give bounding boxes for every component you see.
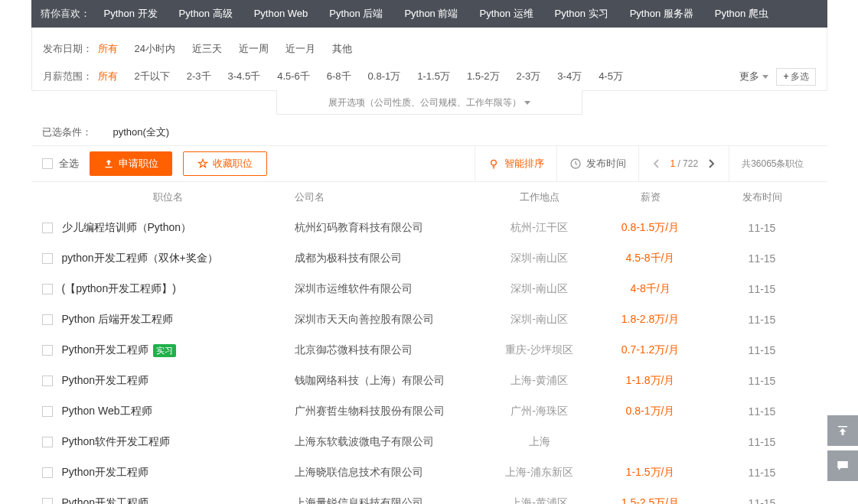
filter-date-option[interactable]: 近一周 (239, 42, 269, 56)
apply-button[interactable]: 申请职位 (90, 151, 172, 176)
job-title-link[interactable]: Python开发工程师 (62, 343, 149, 357)
row-checkbox[interactable] (42, 437, 53, 447)
filter-date-option[interactable]: 近三天 (192, 42, 222, 56)
pager-next[interactable] (703, 155, 719, 172)
job-location: 广州-海珠区 (486, 405, 593, 418)
row-checkbox[interactable] (42, 345, 53, 356)
filter-salary-option[interactable]: 所有 (98, 70, 118, 83)
favorite-button[interactable]: 收藏职位 (183, 151, 267, 176)
job-title-link[interactable]: Python开发工程师 (62, 466, 149, 480)
job-company[interactable]: 上海晓联信息技术有限公司 (295, 466, 486, 480)
selected-conditions: 已选条件： python(全文) (31, 115, 827, 145)
job-company[interactable]: 北京御芯微科技有限公司 (295, 343, 486, 357)
filter-salary-label: 月薪范围： (43, 70, 98, 83)
job-date: 11-15 (708, 405, 817, 418)
select-all-checkbox[interactable] (42, 158, 53, 169)
job-company[interactable]: 上海东软载波微电子有限公司 (295, 435, 486, 449)
back-to-top-button[interactable] (827, 415, 858, 446)
filter-panel: 发布日期： 所有24小时内近三天近一周近一月其他 月薪范围： 所有2千以下2-3… (31, 28, 827, 91)
topnav-item[interactable]: Python 开发 (104, 8, 158, 19)
upload-icon (103, 158, 114, 169)
chat-icon (836, 459, 850, 473)
filter-salary-option[interactable]: 0.8-1万 (368, 70, 401, 83)
filter-salary-option[interactable]: 3-4.5千 (228, 70, 261, 83)
row-checkbox[interactable] (42, 467, 53, 478)
row-checkbox[interactable] (42, 284, 53, 294)
row-checkbox[interactable] (42, 406, 53, 417)
job-title-link[interactable]: Python 后端开发工程师 (62, 313, 173, 327)
topnav-item[interactable]: Python 运维 (479, 8, 533, 19)
sort-smart[interactable]: 智能排序 (475, 145, 556, 182)
filter-date-option[interactable]: 所有 (98, 42, 118, 56)
topnav-item[interactable]: Python 后端 (329, 8, 383, 19)
filter-date-option[interactable]: 近一月 (285, 42, 315, 56)
job-date: 11-15 (708, 344, 817, 356)
topnav-item[interactable]: Python 前端 (404, 8, 458, 19)
arrow-up-icon (836, 424, 850, 437)
filter-date-option[interactable]: 其他 (332, 42, 352, 56)
filter-salary-option[interactable]: 6-8千 (327, 70, 351, 83)
expand-options[interactable]: 展开选项（公司性质、公司规模、工作年限等） (276, 90, 582, 115)
list-header: 职位名 公司名 工作地点 薪资 发布时间 (31, 182, 827, 213)
col-title: 职位名 (42, 190, 295, 204)
job-date: 11-15 (708, 222, 817, 234)
row-checkbox[interactable] (42, 253, 53, 264)
tag-intern: 实习 (153, 344, 176, 357)
job-title-link[interactable]: (【python开发工程师】) (62, 282, 176, 296)
pager-prev[interactable] (648, 155, 665, 172)
filter-date-option[interactable]: 24小时内 (135, 42, 175, 56)
job-title-link[interactable]: python开发工程师（双休+奖金） (62, 252, 218, 265)
multi-select-button[interactable]: +多选 (776, 68, 815, 86)
job-company[interactable]: 成都为极科技有限公司 (295, 252, 486, 265)
filter-salary-option[interactable]: 3-4万 (557, 70, 582, 83)
filter-salary-option[interactable]: 1-1.5万 (417, 70, 450, 83)
job-company[interactable]: 广州赛哲生物科技股份有限公司 (295, 405, 486, 418)
job-company[interactable]: 上海量锐信息科技有限公司 (295, 496, 486, 504)
job-title-link[interactable]: Python软件开发工程师 (62, 435, 171, 449)
job-title-link[interactable]: 少儿编程培训师（Python） (62, 221, 192, 235)
filter-salary-option[interactable]: 2-3千 (187, 70, 211, 83)
pager: 1 / 722 (638, 145, 729, 182)
row-checkbox[interactable] (42, 376, 53, 386)
job-location: 深圳-南山区 (486, 282, 593, 296)
table-row: (【python开发工程师】)深圳市运维软件有限公司深圳-南山区4-8千/月11… (31, 274, 827, 304)
job-location: 上海-黄浦区 (486, 374, 593, 388)
svg-point-0 (491, 160, 497, 165)
filter-salary-option[interactable]: 1.5-2万 (467, 70, 500, 83)
more-link[interactable]: 更多 (739, 70, 768, 83)
chevron-right-icon (707, 159, 715, 168)
job-company[interactable]: 钱咖网络科技（上海）有限公司 (295, 374, 486, 388)
job-title-link[interactable]: Python Web工程师 (62, 405, 152, 418)
topnav-label: 猜你喜欢： (41, 7, 90, 21)
float-buttons (827, 411, 858, 481)
job-salary: 0.8-1.5万/月 (593, 221, 708, 235)
row-checkbox[interactable] (42, 223, 53, 233)
topnav-item[interactable]: Python Web (254, 8, 308, 19)
job-salary: 1-1.5万/月 (593, 466, 708, 480)
job-location: 深圳-南山区 (486, 313, 593, 327)
select-all-label: 全选 (59, 157, 79, 171)
job-title-link[interactable]: Python开发工程师 (62, 374, 149, 388)
filter-salary-option[interactable]: 4.5-6千 (277, 70, 310, 83)
job-company[interactable]: 杭州幻码教育科技有限公司 (295, 221, 486, 235)
filter-salary-option[interactable]: 4-5万 (599, 70, 623, 83)
row-checkbox[interactable] (42, 498, 53, 504)
topnav-item[interactable]: Python 服务器 (630, 8, 693, 19)
feedback-button[interactable] (827, 450, 858, 481)
job-title-link[interactable]: Python开发工程师 (62, 496, 149, 504)
topnav-item[interactable]: Python 高级 (179, 8, 233, 19)
topnav: 猜你喜欢： Python 开发Python 高级Python WebPython… (31, 0, 827, 28)
row-checkbox[interactable] (42, 314, 53, 325)
sort-pubtime[interactable]: 发布时间 (556, 145, 638, 182)
job-company[interactable]: 深圳市运维软件有限公司 (295, 282, 486, 296)
filter-salary-option[interactable]: 2千以下 (135, 70, 170, 83)
topnav-item[interactable]: Python 实习 (555, 8, 608, 19)
job-salary: 1.8-2.8万/月 (593, 313, 708, 327)
selected-value: python(全文) (113, 125, 170, 139)
table-row: Python开发工程师上海晓联信息技术有限公司上海-浦东新区1-1.5万/月11… (31, 457, 827, 488)
topnav-item[interactable]: Python 爬虫 (715, 8, 768, 19)
filter-salary-option[interactable]: 2-3万 (517, 70, 541, 83)
filter-date-label: 发布日期： (43, 42, 98, 56)
table-row: Python开发工程师实习北京御芯微科技有限公司重庆-沙坪坝区0.7-1.2万/… (31, 335, 827, 366)
job-company[interactable]: 深圳市天天向善控股有限公司 (295, 313, 486, 327)
